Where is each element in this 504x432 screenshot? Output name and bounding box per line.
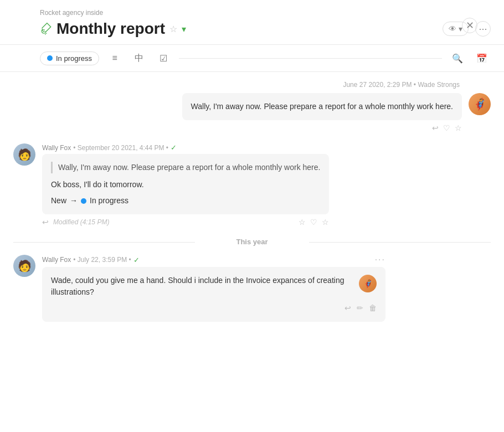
heart-icon-2[interactable]: ♡ bbox=[310, 218, 317, 227]
status-badge[interactable]: In progress bbox=[40, 52, 99, 65]
tag-icon: 🏷 bbox=[37, 19, 55, 38]
star-icon-1[interactable]: ☆ bbox=[455, 124, 462, 132]
star-icon[interactable]: ☆ bbox=[169, 24, 177, 34]
message-text-3: Wade, could you give me a hand. Should i… bbox=[51, 275, 354, 298]
page-title: Monthly report bbox=[56, 20, 165, 38]
toolbar: In progress ≡ 中 ☑ 🔍 📅 bbox=[0, 45, 504, 72]
message-content-1: Wally, I'm away now. Please prepare a re… bbox=[182, 93, 462, 132]
verified-icon-3: ✓ bbox=[133, 256, 140, 264]
header: Rocket agency inside 🏷 Monthly report ☆ … bbox=[0, 0, 504, 45]
message-row-3: 🧑 Wally Fox • July 22, 3:59 PM • ✓ ··· W… bbox=[13, 255, 491, 322]
message-text-2: Ok boss, I'll do it tomorrow. bbox=[51, 179, 320, 191]
avatar-wally-3: 🧑 bbox=[13, 255, 35, 277]
section-label: This year bbox=[236, 238, 268, 246]
message-actions-1: ↩ ♡ ☆ bbox=[182, 124, 462, 132]
status-change-dot bbox=[81, 198, 86, 204]
message-date-3: • July 22, 3:59 PM • bbox=[73, 256, 131, 264]
search-icon-button[interactable]: 🔍 bbox=[449, 49, 466, 67]
reply-icon-1[interactable]: ↩ bbox=[432, 124, 439, 132]
list-icon-button[interactable]: ≡ bbox=[106, 49, 124, 67]
status-change-2: New → In progress bbox=[51, 195, 320, 207]
edit-icon-3[interactable]: ✏ bbox=[357, 302, 363, 314]
star-icon-3[interactable]: ☆ bbox=[322, 218, 329, 227]
modified-label-2: Modified (4:15 PM) bbox=[53, 218, 109, 226]
toolbar-divider bbox=[179, 58, 442, 59]
section-separator: This year bbox=[13, 238, 491, 246]
breadcrumb: Rocket agency inside bbox=[40, 9, 491, 17]
title-row: 🏷 Monthly report ☆ ▾ 👁 ▾ ··· ✕ bbox=[40, 20, 491, 38]
status-dot bbox=[47, 55, 53, 61]
message-date-2: • September 20 2021, 4:44 PM • bbox=[73, 144, 168, 152]
message-meta-2: Wally Fox • September 20 2021, 4:44 PM •… bbox=[42, 143, 329, 152]
reply-icon-3[interactable]: ↩ bbox=[344, 302, 351, 314]
message-actions-2: ↩ Modified (4:15 PM) ☆ ♡ ☆ bbox=[42, 218, 329, 227]
message-row-2: 🧑 Wally Fox • September 20 2021, 4:44 PM… bbox=[13, 143, 491, 227]
status-change-label: New bbox=[51, 195, 66, 207]
eye-icon: 👁 bbox=[449, 24, 456, 33]
avatar-wade-side: 🦸 bbox=[359, 275, 377, 292]
star-icon-2[interactable]: ☆ bbox=[299, 218, 306, 227]
reply-icon-2[interactable]: ↩ bbox=[42, 218, 49, 227]
title-dropdown-icon[interactable]: ▾ bbox=[182, 24, 186, 34]
message-content-2: Wally Fox • September 20 2021, 4:44 PM •… bbox=[42, 143, 329, 227]
heart-icon-1[interactable]: ♡ bbox=[443, 124, 450, 132]
message-bubble-2: Wally, I'm away now. Please prepare a re… bbox=[42, 154, 329, 214]
avatar-wade-1: 🦸 bbox=[469, 93, 491, 115]
more-icon-3[interactable]: ··· bbox=[375, 255, 385, 265]
message-text-1: Wally, I'm away now. Please prepare a re… bbox=[191, 102, 453, 111]
quote-block-2: Wally, I'm away now. Please prepare a re… bbox=[51, 162, 320, 173]
message-meta-3: Wally Fox • July 22, 3:59 PM • ✓ ··· bbox=[42, 255, 385, 265]
message-bubble-1: Wally, I'm away now. Please prepare a re… bbox=[182, 93, 462, 120]
date-separator-1: June 27 2020, 2:29 PM • Wade Strongs bbox=[13, 81, 491, 89]
translate-icon-button[interactable]: 中 bbox=[130, 49, 148, 67]
avatar-wally-2: 🧑 bbox=[13, 143, 35, 166]
close-button[interactable]: ✕ bbox=[462, 18, 477, 33]
message-row-1: 🦸 Wally, I'm away now. Please prepare a … bbox=[13, 93, 491, 132]
title-right: 👁 ▾ ··· ✕ bbox=[443, 21, 491, 37]
message-author-3: Wally Fox bbox=[42, 256, 71, 264]
delete-icon-3[interactable]: 🗑 bbox=[369, 302, 377, 314]
message-content-3: Wally Fox • July 22, 3:59 PM • ✓ ··· Wad… bbox=[42, 255, 385, 322]
page-container: Rocket agency inside 🏷 Monthly report ☆ … bbox=[0, 0, 504, 432]
more-button[interactable]: ··· bbox=[475, 21, 491, 37]
status-label: In progress bbox=[56, 54, 92, 63]
message-author-2: Wally Fox bbox=[42, 144, 71, 152]
status-change-value: In progress bbox=[90, 195, 128, 207]
calendar-icon-button[interactable]: 📅 bbox=[473, 49, 491, 67]
title-left: 🏷 Monthly report ☆ ▾ bbox=[40, 20, 186, 38]
messages-area[interactable]: June 27 2020, 2:29 PM • Wade Strongs 🦸 W… bbox=[0, 72, 504, 432]
message-bubble-3: Wade, could you give me a hand. Should i… bbox=[42, 267, 385, 322]
check-icon-button[interactable]: ☑ bbox=[155, 49, 172, 67]
verified-icon-2: ✓ bbox=[171, 143, 177, 152]
status-change-arrow: → bbox=[70, 195, 78, 207]
